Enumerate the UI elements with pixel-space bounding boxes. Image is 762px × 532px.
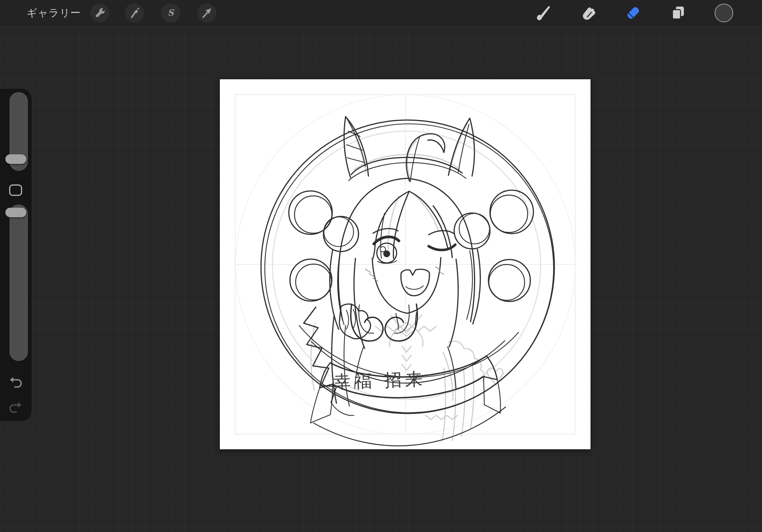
paint-tool-button[interactable] [534,3,554,23]
selection-button[interactable]: S [161,3,180,22]
layers-button[interactable] [668,3,688,23]
redo-button[interactable] [9,401,22,413]
color-swatch-circle [714,3,734,23]
paintbrush-icon [535,4,553,22]
opacity-handle[interactable] [5,208,26,217]
adjustments-button[interactable] [125,3,144,22]
selection-s-icon: S [164,6,178,20]
color-swatch-button[interactable] [714,3,734,23]
gallery-button[interactable]: ギャラリー [27,0,81,26]
brush-size-handle[interactable] [5,154,26,164]
modify-button[interactable] [9,184,22,196]
side-control-bar [0,89,32,421]
wrench-icon [93,6,107,20]
undo-icon [9,376,22,388]
procreate-workspace: ギャラリー S [0,0,762,532]
eraser-icon [624,4,642,22]
transform-arrow-icon [200,6,214,20]
top-toolbar: ギャラリー S [0,0,762,26]
redo-icon [9,401,22,413]
svg-text:S: S [168,8,174,18]
opacity-slider[interactable] [10,205,28,361]
smudge-icon [580,4,598,22]
layers-icon [669,4,687,22]
transform-button[interactable] [197,3,216,22]
smudge-tool-button[interactable] [579,3,599,23]
undo-button[interactable] [9,376,22,388]
banner-text: 幸福 招来 [333,369,426,392]
magic-wand-icon [128,6,141,20]
eraser-tool-button[interactable] [623,3,643,23]
drawing-canvas[interactable]: 幸福 招来 [220,79,591,449]
canvas-artwork: 幸福 招来 [220,79,591,449]
actions-button[interactable] [90,3,109,22]
